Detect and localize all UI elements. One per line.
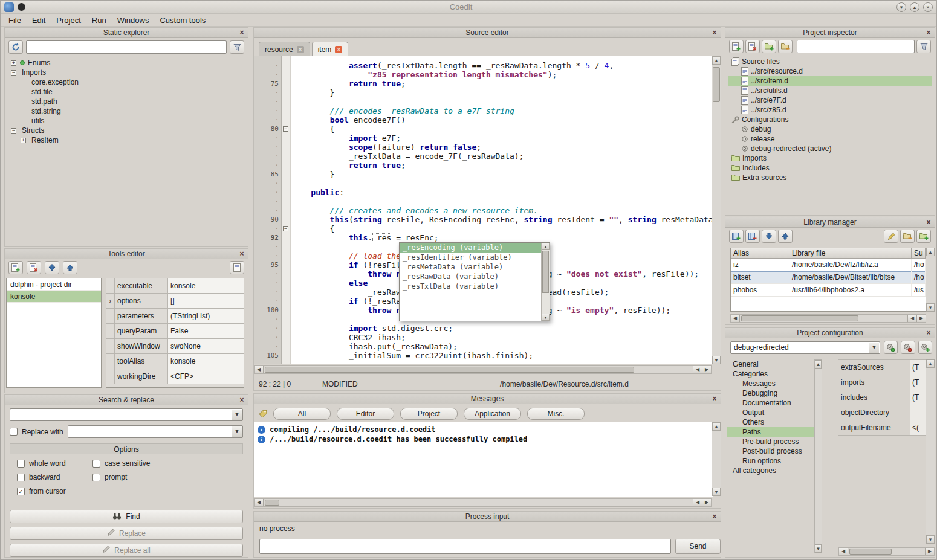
code-line[interactable]: · CRC32 ihash;	[254, 333, 712, 342]
code-line[interactable]: 85 }	[254, 170, 712, 179]
edit-library-button[interactable]	[884, 230, 898, 243]
code-line[interactable]: 75 return true;	[254, 79, 712, 88]
maximize-button[interactable]: ▴	[910, 2, 919, 12]
messages-tab-all[interactable]: All	[273, 408, 331, 420]
property-value[interactable]: (T	[910, 360, 926, 375]
messages-horizontal-scrollbar[interactable]: ◀ ◀ ▶	[254, 498, 712, 507]
scroll-down-icon[interactable]: ▼	[712, 488, 721, 496]
property-value[interactable]: False	[168, 324, 244, 338]
code-line[interactable]: ·	[254, 197, 712, 206]
add-configuration-button[interactable]	[918, 341, 932, 354]
refresh-button[interactable]	[8, 40, 23, 54]
symbol-tree-item-core-exception[interactable]: core.exception	[7, 77, 245, 87]
tab-close-icon[interactable]: ×	[335, 46, 342, 53]
scroll-up-icon[interactable]: ▲	[926, 248, 935, 256]
symbol-tree-item-std-file[interactable]: std.file	[7, 87, 245, 97]
category-run-options[interactable]: Run options	[727, 456, 814, 466]
project-tree-item-debug-redirected-active[interactable]: debug-redirected (active)	[728, 144, 932, 153]
open-library-button[interactable]	[900, 230, 915, 243]
library-row-phobos[interactable]: phobos/usr/lib64/libphobos2.a/us	[731, 284, 926, 297]
scroll-left-icon[interactable]: ◀	[839, 548, 848, 555]
editor-vertical-scrollbar[interactable]: ▲ ▼	[712, 56, 721, 364]
library-horizontal-scrollbar[interactable]: ◀ ◀ ▶	[730, 314, 926, 323]
chevron-down-icon[interactable]: ▼	[869, 343, 879, 353]
category-categories[interactable]: Categories	[727, 369, 814, 379]
close-icon[interactable]: ×	[238, 249, 246, 258]
inspector-filter-input[interactable]	[797, 40, 915, 53]
code-line[interactable]: 105 _initialSum = crc322uint(ihash.finis…	[254, 351, 712, 360]
checkbox-whole-word[interactable]	[17, 460, 25, 468]
close-icon[interactable]: ×	[238, 28, 246, 37]
scrollbar-track[interactable]	[264, 499, 693, 506]
close-button[interactable]: ×	[923, 2, 933, 12]
project-tree-item-imports[interactable]: Imports	[728, 153, 932, 163]
scroll-left-icon[interactable]: ◀	[255, 366, 264, 373]
column-header-su[interactable]: Su	[912, 248, 926, 259]
category-documentation[interactable]: Documentation	[727, 398, 814, 408]
collapse-icon[interactable]: −	[11, 70, 16, 76]
add-tool-button[interactable]	[8, 261, 23, 274]
category-pre-build-process[interactable]: Pre-build process	[727, 437, 814, 446]
option-case-sensitive[interactable]: case sensitive	[92, 459, 243, 468]
menu-edit[interactable]: Edit	[27, 14, 51, 26]
chevron-down-icon[interactable]: ▼	[232, 426, 242, 437]
checkbox-prompt[interactable]	[92, 474, 100, 481]
property-value[interactable]: konsole	[168, 354, 244, 369]
add-source-button[interactable]	[729, 40, 744, 53]
code-line[interactable]: ·	[254, 97, 712, 106]
delete-configuration-button[interactable]	[901, 341, 915, 354]
message-line[interactable]: i/.../build/resource.d.coedit has been s…	[254, 434, 713, 444]
category-debugging[interactable]: Debugging	[727, 388, 814, 398]
scrollbar-thumb[interactable]	[849, 549, 892, 555]
option-whole-word[interactable]: whole word	[17, 459, 92, 468]
scroll-left-icon[interactable]: ◀	[731, 315, 740, 322]
scroll-right-icon[interactable]: ▶	[916, 315, 926, 322]
code-line[interactable]: · }	[254, 88, 712, 97]
replace-term-combo[interactable]: ▼	[68, 425, 243, 438]
close-icon[interactable]: ×	[924, 218, 933, 227]
property-value[interactable]: <CFP>	[168, 369, 244, 384]
project-tree-item-src-utils-d[interactable]: ../src/utils.d	[728, 86, 932, 95]
move-up-button[interactable]	[778, 230, 793, 243]
completion-item-resencoding-variable[interactable]: _resEncoding (variable)	[400, 243, 541, 253]
message-line[interactable]: icompiling /.../build/resource.d.coedit	[254, 425, 713, 434]
scroll-down-icon[interactable]: ▼	[712, 356, 721, 364]
checkbox-backward[interactable]	[17, 474, 25, 481]
code-line[interactable]: · _resTxtData = encode_7F(_resRawData);	[254, 152, 712, 161]
code-line[interactable]: ·	[254, 179, 712, 188]
column-header-library-file[interactable]: Library file	[789, 248, 912, 259]
symbol-tree-item-resitem[interactable]: +ResItem	[7, 135, 245, 145]
add-folder-button[interactable]	[762, 40, 776, 53]
properties-horizontal-scrollbar[interactable]: ◀ ▶	[838, 547, 935, 556]
category-all-categories[interactable]: All categories	[727, 466, 814, 475]
category-general[interactable]: General	[727, 359, 814, 369]
code-line[interactable]: · return true;	[254, 161, 712, 170]
scrollbar-track[interactable]	[848, 548, 925, 555]
scroll-up-icon[interactable]: ▲	[712, 422, 721, 431]
replace-with-checkbox[interactable]	[10, 428, 18, 436]
symbol-tree-item-imports[interactable]: −Imports	[7, 68, 245, 77]
expand-icon[interactable]: +	[21, 138, 26, 143]
project-tree-item-includes[interactable]: Includes	[728, 163, 932, 173]
completion-item-residentifier-variable[interactable]: _resIdentifier (variable)	[400, 253, 541, 263]
scroll-left-icon[interactable]: ◀	[255, 499, 264, 506]
symbol-tree-item-structs[interactable]: −Structs	[7, 126, 245, 135]
code-line[interactable]: 92 this._res = resEnc;	[254, 233, 712, 242]
code-line[interactable]: · /// creates and encodes a new resource…	[254, 206, 712, 215]
collapse-icon[interactable]: −	[11, 128, 16, 134]
tab-close-icon[interactable]: ×	[297, 46, 304, 53]
app-menu-icon[interactable]	[18, 3, 25, 11]
project-tree-item-src-item-d[interactable]: ../src/item.d	[728, 76, 932, 86]
expand-icon[interactable]: +	[11, 60, 16, 66]
property-value[interactable]	[910, 405, 926, 420]
scrollbar-thumb[interactable]	[265, 500, 279, 506]
close-icon[interactable]: ×	[924, 28, 933, 37]
category-others[interactable]: Others	[727, 417, 814, 427]
library-row-iz[interactable]: iz/home/basile/Dev/Iz/lib/iz.a/ho	[731, 259, 926, 271]
scroll-down-icon[interactable]: ▼	[926, 303, 935, 312]
scroll-left-icon[interactable]: ◀	[693, 499, 702, 506]
completion-scrollbar[interactable]: ▲ ▼	[541, 243, 550, 321]
symbol-filter-input[interactable]	[26, 40, 227, 54]
option-backward[interactable]: backward	[17, 473, 92, 481]
messages-tab-project[interactable]: Project	[400, 408, 458, 420]
